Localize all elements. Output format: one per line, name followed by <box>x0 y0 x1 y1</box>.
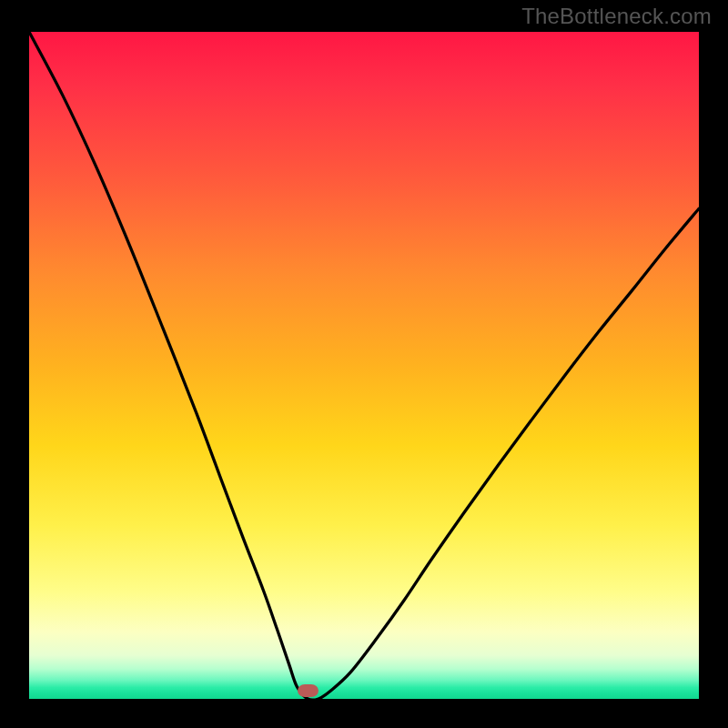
chart-frame: TheBottleneck.com <box>0 0 728 728</box>
curve-svg <box>29 32 699 699</box>
watermark-text: TheBottleneck.com <box>521 4 712 29</box>
optimum-marker <box>298 684 318 697</box>
bottleneck-curve-path <box>29 32 699 699</box>
plot-area <box>29 32 699 699</box>
